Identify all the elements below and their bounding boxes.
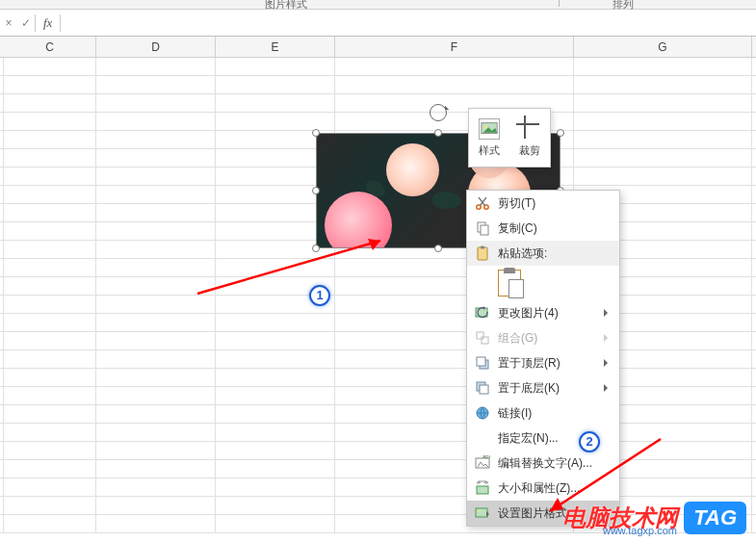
formula-bar: × ✓ fx xyxy=(0,10,756,37)
clipboard-icon xyxy=(498,270,521,297)
svg-rect-9 xyxy=(477,332,483,339)
menu-label: 置于底层(K) xyxy=(498,380,560,397)
picture-style-icon xyxy=(479,118,500,140)
annotation-arrow-1 xyxy=(193,231,395,298)
svg-point-1 xyxy=(484,125,488,129)
grid-row[interactable] xyxy=(0,94,756,113)
svg-text:abc: abc xyxy=(482,455,490,459)
grid-row[interactable] xyxy=(0,350,756,369)
send-back-icon xyxy=(473,379,492,397)
grid-row[interactable] xyxy=(0,332,756,350)
formula-confirm-icon[interactable]: ✓ xyxy=(17,16,35,30)
grid-row[interactable] xyxy=(0,387,756,405)
menu-paste-options-header: 粘贴选项: xyxy=(467,241,619,266)
formula-cancel-icon[interactable]: × xyxy=(0,16,17,30)
menu-label: 组合(G) xyxy=(498,330,537,347)
grid-row[interactable] xyxy=(0,369,756,387)
bring-front-icon xyxy=(473,354,492,372)
watermark: 电脑技术网 TAG www.tagxp.com xyxy=(562,502,746,534)
col-header-D[interactable]: D xyxy=(96,37,216,57)
crop-icon xyxy=(519,118,540,140)
style-label: 样式 xyxy=(479,143,500,158)
svg-rect-14 xyxy=(480,385,488,394)
submenu-arrow-icon xyxy=(604,309,612,317)
menu-copy[interactable]: 复制(C) xyxy=(467,216,619,241)
paste-icon xyxy=(473,245,492,262)
ribbon-group-label: 排列 xyxy=(613,0,634,12)
svg-rect-19 xyxy=(476,508,487,517)
col-header-F[interactable]: F xyxy=(335,37,574,57)
ribbon-group-label: 图片样式 xyxy=(265,0,307,12)
col-header-E[interactable]: E xyxy=(216,37,335,57)
menu-label: 粘贴选项: xyxy=(498,245,547,262)
size-props-icon xyxy=(473,479,492,497)
mini-toolbar: 样式 裁剪 xyxy=(468,108,551,168)
watermark-url: www.tagxp.com xyxy=(603,525,677,536)
resize-handle[interactable] xyxy=(434,245,442,252)
menu-label: 复制(C) xyxy=(498,220,537,237)
svg-rect-12 xyxy=(477,357,485,366)
scissors-icon xyxy=(473,194,492,212)
resize-handle[interactable] xyxy=(312,187,320,194)
picture-style-button[interactable]: 样式 xyxy=(469,109,509,167)
crop-label: 裁剪 xyxy=(519,143,540,158)
grid-row[interactable] xyxy=(0,113,756,131)
submenu-arrow-icon xyxy=(604,384,612,392)
watermark-tag: TAG xyxy=(684,502,746,534)
change-picture-icon xyxy=(473,304,492,322)
svg-point-20 xyxy=(479,510,482,513)
group-icon xyxy=(473,329,492,347)
blank-icon xyxy=(473,429,492,447)
menu-link[interactable]: 链接(I) xyxy=(467,400,619,426)
copy-icon xyxy=(473,219,492,237)
col-header-C[interactable]: C xyxy=(4,37,96,57)
link-icon xyxy=(473,404,492,422)
svg-rect-7 xyxy=(481,246,484,249)
svg-rect-6 xyxy=(478,247,487,260)
decorative xyxy=(432,192,461,209)
submenu-arrow-icon xyxy=(604,334,612,342)
grid-row[interactable] xyxy=(0,405,756,424)
decorative xyxy=(386,143,439,196)
menu-label: 剪切(T) xyxy=(498,195,535,212)
resize-handle[interactable] xyxy=(434,129,442,137)
menu-group: 组合(G) xyxy=(467,325,619,350)
grid-row[interactable] xyxy=(0,314,756,332)
crop-button[interactable]: 裁剪 xyxy=(509,109,550,167)
svg-rect-10 xyxy=(482,337,488,344)
menu-label: 链接(I) xyxy=(498,405,532,422)
format-picture-icon xyxy=(473,504,492,522)
ribbon-groups-strip: 图片样式 排列 xyxy=(0,0,756,10)
formula-input[interactable] xyxy=(61,10,756,36)
menu-change-picture[interactable]: 更改图片(4) xyxy=(467,300,619,325)
menu-send-to-back[interactable]: 置于底层(K) xyxy=(467,375,619,400)
svg-line-23 xyxy=(550,439,661,511)
paste-option-preview[interactable] xyxy=(467,266,619,300)
resize-handle[interactable] xyxy=(557,129,564,137)
menu-label: 置于顶层(R) xyxy=(498,355,560,372)
menu-cut[interactable]: 剪切(T) xyxy=(467,191,619,216)
column-headers: C D E F G xyxy=(0,37,756,58)
fx-label[interactable]: fx xyxy=(36,15,60,31)
annotation-bubble-2: 2 xyxy=(579,431,600,452)
ribbon-divider xyxy=(559,0,560,7)
col-header-G[interactable]: G xyxy=(574,37,752,57)
alt-text-icon: abc xyxy=(473,454,492,472)
menu-bring-to-front[interactable]: 置于顶层(R) xyxy=(467,350,619,375)
svg-rect-5 xyxy=(481,225,488,235)
submenu-arrow-icon xyxy=(604,359,612,367)
menu-label: 更改图片(4) xyxy=(498,305,559,322)
resize-handle[interactable] xyxy=(312,129,320,137)
grid-row[interactable] xyxy=(0,76,756,94)
rotate-handle-icon[interactable] xyxy=(430,104,447,121)
annotation-bubble-1: 1 xyxy=(309,285,330,306)
svg-rect-18 xyxy=(477,486,488,494)
grid-row[interactable] xyxy=(0,58,756,76)
svg-line-21 xyxy=(197,241,380,294)
